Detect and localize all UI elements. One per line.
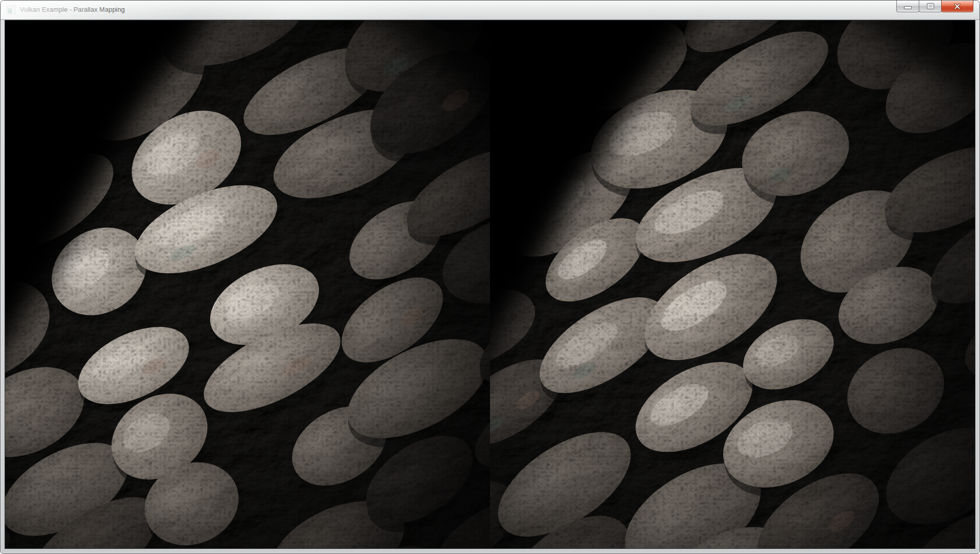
maximize-button[interactable] <box>919 1 942 12</box>
minimize-button[interactable] <box>896 1 919 12</box>
render-viewport-right[interactable] <box>490 20 975 548</box>
render-client-area <box>5 20 975 549</box>
app-icon[interactable] <box>7 6 15 14</box>
titlebar[interactable]: Vulkan Example - Parallax Mapping <box>1 1 979 20</box>
app-window: Vulkan Example - Parallax Mapping <box>0 0 980 554</box>
minimize-icon <box>904 6 912 9</box>
close-icon <box>954 4 961 9</box>
caption-buttons <box>897 1 973 12</box>
render-viewport-left[interactable] <box>5 20 490 548</box>
maximize-icon <box>927 3 934 9</box>
render-image <box>5 20 490 548</box>
window-title: Vulkan Example - Parallax Mapping <box>20 1 125 19</box>
close-button[interactable] <box>941 1 973 12</box>
render-image <box>490 20 975 548</box>
